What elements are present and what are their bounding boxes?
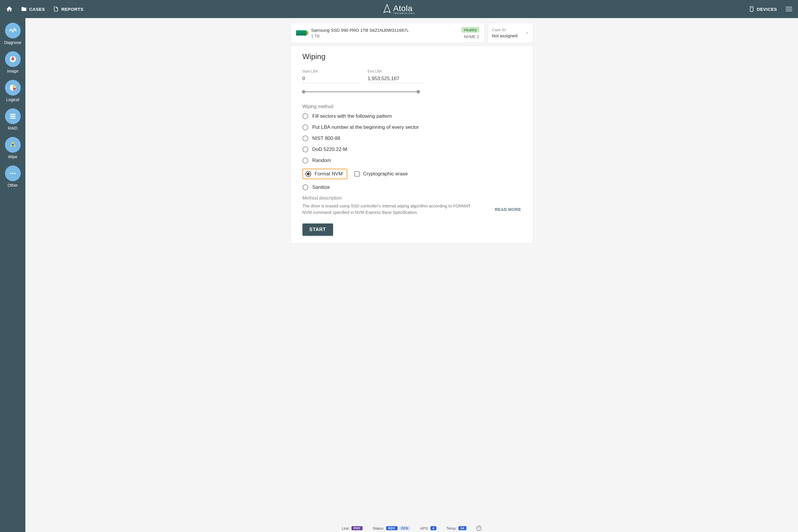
- chevron-down-icon: [525, 31, 529, 36]
- sidebar-item-wipe[interactable]: Wipe: [5, 137, 21, 159]
- status-footer: Link: PHY Status: RDY CFS APS: 4 Temp: 3…: [25, 526, 798, 531]
- start-lba-input[interactable]: [303, 75, 360, 83]
- help-icon[interactable]: ?: [476, 526, 482, 531]
- lba-range-slider[interactable]: [303, 88, 418, 95]
- folder-icon: [21, 6, 27, 12]
- link-label: Link:: [342, 526, 350, 531]
- wiping-panel: Wiping Start LBA End LBA Wiping method: [290, 45, 533, 244]
- nav-cases[interactable]: CASES: [21, 6, 45, 12]
- ssd-icon: [296, 30, 307, 36]
- status-badge-rdy: RDY: [386, 526, 398, 530]
- method-description-label: Method description: [303, 195, 521, 201]
- method-format-nvm[interactable]: Format NVM: [303, 169, 347, 179]
- radio-icon: [305, 171, 311, 177]
- radio-icon: [303, 125, 308, 130]
- aps-badge: 4: [431, 526, 437, 530]
- link-badge: PHY: [351, 526, 363, 530]
- nav-reports-label: REPORTS: [61, 7, 84, 12]
- sidebar-item-raid[interactable]: RAID: [5, 108, 21, 131]
- sidebar-item-image[interactable]: Image: [5, 51, 21, 73]
- document-icon: [53, 6, 59, 12]
- svg-point-13: [12, 144, 14, 146]
- temp-label: Temp:: [446, 526, 456, 531]
- method-sanitize[interactable]: Sanitize: [303, 185, 521, 190]
- svg-point-16: [14, 173, 16, 174]
- case-id-label: Case ID:: [492, 28, 518, 32]
- temp-badge: 34: [458, 526, 466, 530]
- device-card[interactable]: Samsung SSD 990 PRO 1TB S6Z1NJ0W311667L …: [290, 23, 485, 43]
- method-fill[interactable]: Fill sectors with the following pattern: [303, 113, 521, 119]
- sidebar-item-label: Diagnose: [4, 40, 21, 45]
- panel-title: Wiping: [303, 52, 521, 61]
- health-badge: Healthy: [461, 27, 479, 33]
- status-label: Status:: [373, 526, 384, 531]
- brand-logo: Atola TECHNOLOGY: [383, 4, 415, 15]
- sidebar-item-label: Image: [7, 69, 18, 73]
- end-lba-input[interactable]: [368, 75, 425, 83]
- svg-rect-2: [750, 7, 753, 12]
- read-more-link[interactable]: READ MORE: [495, 207, 521, 212]
- start-button[interactable]: START: [303, 224, 333, 236]
- method-random[interactable]: Random: [303, 158, 521, 164]
- method-nist[interactable]: NIST 800-88: [303, 135, 521, 141]
- radio-icon: [303, 135, 308, 141]
- case-id-value: Not assigned: [492, 33, 518, 38]
- radio-icon: [303, 185, 308, 190]
- svg-rect-12: [10, 118, 16, 119]
- radio-icon: [303, 147, 308, 152]
- sidebar: Diagnose Image Logical RAID Wipe Other: [0, 18, 25, 532]
- nav-reports[interactable]: REPORTS: [53, 6, 84, 12]
- aps-label: APS:: [420, 526, 429, 531]
- method-dod[interactable]: DoD 5220.22-M: [303, 147, 521, 152]
- svg-rect-10: [10, 114, 16, 115]
- top-bar: CASES REPORTS Atola TECHNOLOGY DEVICES: [0, 0, 798, 18]
- home-icon[interactable]: [6, 5, 13, 13]
- checkbox-icon: [355, 171, 360, 176]
- svg-point-14: [10, 173, 11, 174]
- svg-rect-5: [786, 9, 792, 9]
- svg-rect-11: [10, 116, 16, 117]
- sidebar-item-label: Other: [7, 183, 18, 188]
- svg-rect-1: [55, 10, 57, 11]
- nav-devices-label: DEVICES: [757, 7, 777, 12]
- svg-rect-6: [786, 11, 792, 11]
- sidebar-item-logical[interactable]: Logical: [5, 80, 21, 102]
- case-card[interactable]: Case ID: Not assigned: [488, 23, 533, 43]
- sidebar-item-diagnose[interactable]: Diagnose: [4, 23, 21, 45]
- brand-sub: TECHNOLOGY: [393, 12, 415, 15]
- nav-devices[interactable]: DEVICES: [749, 6, 777, 12]
- radio-icon: [303, 113, 308, 119]
- status-badge-cfs: CFS: [399, 526, 410, 530]
- sidebar-item-label: RAID: [8, 126, 18, 131]
- start-lba-label: Start LBA: [303, 69, 360, 73]
- menu-icon[interactable]: [786, 6, 792, 12]
- device-icon: [749, 6, 755, 12]
- nav-cases-label: CASES: [29, 7, 45, 12]
- svg-point-15: [12, 173, 14, 174]
- crypto-erase-option[interactable]: Cryptographic erase: [355, 171, 408, 177]
- method-description-text: The drive is erased using SSD controller…: [303, 203, 474, 216]
- radio-icon: [303, 158, 308, 164]
- sidebar-item-other[interactable]: Other: [5, 166, 21, 188]
- sidebar-item-label: Wipe: [8, 154, 18, 159]
- sidebar-item-label: Logical: [6, 97, 19, 102]
- wiping-method-label: Wiping method: [303, 104, 521, 109]
- device-port: NVME 2: [464, 34, 479, 39]
- device-size: 1 TB: [311, 34, 409, 38]
- method-lba[interactable]: Put LBA number at the beginning of every…: [303, 125, 521, 130]
- svg-rect-0: [55, 9, 57, 10]
- end-lba-label: End LBA: [368, 69, 425, 73]
- device-name: Samsung SSD 990 PRO 1TB S6Z1NJ0W311667L: [311, 28, 409, 33]
- svg-rect-4: [786, 7, 792, 7]
